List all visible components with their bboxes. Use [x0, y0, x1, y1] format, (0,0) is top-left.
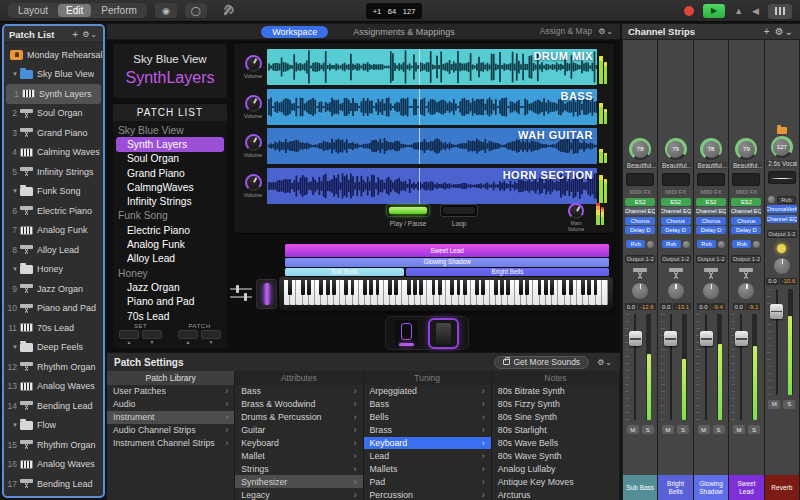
- mute-button[interactable]: M: [698, 425, 710, 434]
- strip-name-plate[interactable]: Sub Bass: [623, 475, 657, 500]
- strip-knob[interactable]: 78: [700, 138, 722, 160]
- layer-sweet-lead[interactable]: Sweet Lead: [285, 244, 609, 257]
- black-key[interactable]: [307, 280, 311, 295]
- fader[interactable]: [767, 287, 797, 397]
- browser-item-strings[interactable]: Strings›: [235, 462, 362, 475]
- insert-slot-channel-eq[interactable]: Channel EQ: [767, 215, 797, 223]
- black-key[interactable]: [581, 280, 585, 295]
- sustain-pedal[interactable]: [395, 320, 418, 348]
- loop-button[interactable]: [440, 204, 478, 217]
- expression-pedal[interactable]: [428, 318, 459, 349]
- main-volume-knob-dial[interactable]: [568, 203, 584, 219]
- browser-item-brass[interactable]: Brass›: [364, 424, 491, 437]
- patch-row-analog-waves[interactable]: 16Analog Waves: [4, 455, 103, 475]
- set-down-button[interactable]: [142, 330, 162, 339]
- patch-row-bending-lead[interactable]: 17Bending Lead: [4, 474, 103, 494]
- mute-button[interactable]: M: [627, 425, 639, 434]
- widget-patch-calmngwaves[interactable]: CalmngWaves: [113, 180, 227, 194]
- add-channel-strip-button[interactable]: +: [764, 26, 770, 37]
- insert-slot-delay-d[interactable]: Delay D: [625, 226, 655, 234]
- tab-workspace[interactable]: Workspace: [261, 26, 328, 38]
- insert-slot-chorus[interactable]: Chorus: [696, 217, 726, 225]
- insert-slot-channel-eq[interactable]: Channel EQ: [625, 207, 655, 215]
- get-more-sounds-button[interactable]: Get More Sounds: [494, 356, 590, 369]
- browser-item-80s-wave-bells[interactable]: 80s Wave Bells: [492, 437, 619, 450]
- black-key[interactable]: [550, 280, 554, 295]
- send-knob[interactable]: [647, 241, 654, 248]
- browser-item-instrument-channel-strips[interactable]: Instrument Channel Strips›: [107, 437, 234, 450]
- black-key[interactable]: [587, 280, 591, 295]
- black-key[interactable]: [525, 280, 529, 295]
- insert-slot-chromaverb[interactable]: ChromaVerb: [767, 205, 797, 213]
- browser-item-synthesizer[interactable]: Synthesizer›: [235, 475, 362, 488]
- fader-cap[interactable]: [770, 304, 783, 319]
- send-knob[interactable]: [718, 241, 725, 248]
- output-slot[interactable]: Output 1-2: [625, 255, 655, 263]
- browser-item-pad[interactable]: Pad›: [364, 475, 491, 488]
- input-slot[interactable]: Rvb: [777, 196, 796, 204]
- insert-slot-chorus[interactable]: Chorus: [625, 217, 655, 225]
- widget-patch-grand-piano[interactable]: Grand Piano: [113, 166, 227, 180]
- browser-item-80s-sine-synth[interactable]: 80s Sine Synth: [492, 411, 619, 424]
- fader-cap[interactable]: [735, 331, 748, 346]
- tab-attributes[interactable]: Attributes: [235, 371, 363, 385]
- black-key[interactable]: [519, 280, 523, 295]
- tab-patch-library[interactable]: Patch Library: [107, 371, 235, 385]
- black-key[interactable]: [438, 280, 442, 295]
- fader[interactable]: [625, 312, 655, 422]
- tuner-button[interactable]: ◉: [155, 3, 177, 18]
- black-key[interactable]: [481, 280, 485, 295]
- instrument-slot[interactable]: ES2: [731, 198, 761, 206]
- black-key[interactable]: [363, 280, 367, 295]
- panel-layout-button[interactable]: [768, 4, 792, 19]
- patch-name-display[interactable]: Sky Blue View SynthLayers: [113, 44, 227, 98]
- disclosure-icon[interactable]: ▼: [12, 188, 20, 194]
- browser-item-arpeggiated[interactable]: Arpeggiated›: [364, 385, 491, 398]
- insert-slot-channel-eq[interactable]: Channel EQ: [696, 207, 726, 215]
- browser-item-legacy[interactable]: Legacy›: [235, 488, 362, 500]
- black-key[interactable]: [463, 280, 467, 295]
- black-key[interactable]: [413, 280, 417, 295]
- mini-faders-icon[interactable]: [228, 283, 254, 303]
- send-knob[interactable]: [753, 241, 760, 248]
- strip-name-plate[interactable]: Reverb: [765, 475, 799, 500]
- patch-row-alloy-lead[interactable]: 8Alloy Lead: [4, 240, 103, 260]
- widget-patch-analog-funk[interactable]: Analog Funk: [113, 237, 227, 251]
- mute-button[interactable]: M: [733, 425, 745, 434]
- patch-settings-action-menu[interactable]: ⚙⌄: [597, 358, 613, 367]
- widget-patch-alloy-lead[interactable]: Alloy Lead: [113, 252, 227, 266]
- eq-thumbnail[interactable]: [732, 173, 760, 186]
- black-key[interactable]: [376, 280, 380, 295]
- widget-patch-70s-lead[interactable]: 70s Lead: [113, 309, 227, 323]
- tab-assignments-mappings[interactable]: Assignments & Mappings: [342, 26, 466, 38]
- patch-list-action-menu[interactable]: ⚙⌄: [82, 30, 98, 39]
- browser-item-bass[interactable]: Bass›: [235, 385, 362, 398]
- black-key[interactable]: [388, 280, 392, 295]
- widget-patch-jazz-organ[interactable]: Jazz Organ: [113, 280, 227, 294]
- widget-patch-infinity-strings[interactable]: Infinity Strings: [113, 194, 227, 208]
- pan-knob[interactable]: [632, 283, 648, 299]
- mute-button[interactable]: M: [768, 400, 780, 409]
- black-key[interactable]: [394, 280, 398, 295]
- strip-knob[interactable]: 79: [735, 138, 757, 160]
- volume-knob[interactable]: [245, 134, 262, 151]
- black-key[interactable]: [500, 280, 504, 295]
- master-level-icon[interactable]: ▲: [734, 6, 743, 16]
- browser-item-80s-fizzy-synth[interactable]: 80s Fizzy Synth: [492, 398, 619, 411]
- eq-thumbnail[interactable]: [768, 171, 796, 184]
- patch-row-bending-lead[interactable]: 14Bending Lead: [4, 396, 103, 416]
- solo-button[interactable]: S: [713, 425, 725, 434]
- fader[interactable]: [661, 312, 691, 422]
- patch-row-soul-organ[interactable]: 2Soul Organ: [4, 104, 103, 124]
- browser-item-80s-bitrate-synth[interactable]: 80s Bitrate Synth: [492, 385, 619, 398]
- waveform-region[interactable]: HORN SECTION: [267, 168, 597, 204]
- tab-notes[interactable]: Notes: [492, 371, 620, 385]
- browser-item-audio-channel-strips[interactable]: Audio Channel Strips›: [107, 424, 234, 437]
- send-slot[interactable]: Rvb: [732, 240, 751, 248]
- assign-and-map[interactable]: Assign & Map ⚙⌄: [540, 26, 614, 36]
- widget-patch-synth-layers[interactable]: Synth Layers: [116, 137, 224, 151]
- black-key[interactable]: [301, 280, 305, 295]
- channel-strips-action-menu[interactable]: ⚙⌄: [775, 26, 794, 37]
- pan-knob[interactable]: [668, 283, 684, 299]
- browser-item-keyboard[interactable]: Keyboard›: [235, 437, 362, 450]
